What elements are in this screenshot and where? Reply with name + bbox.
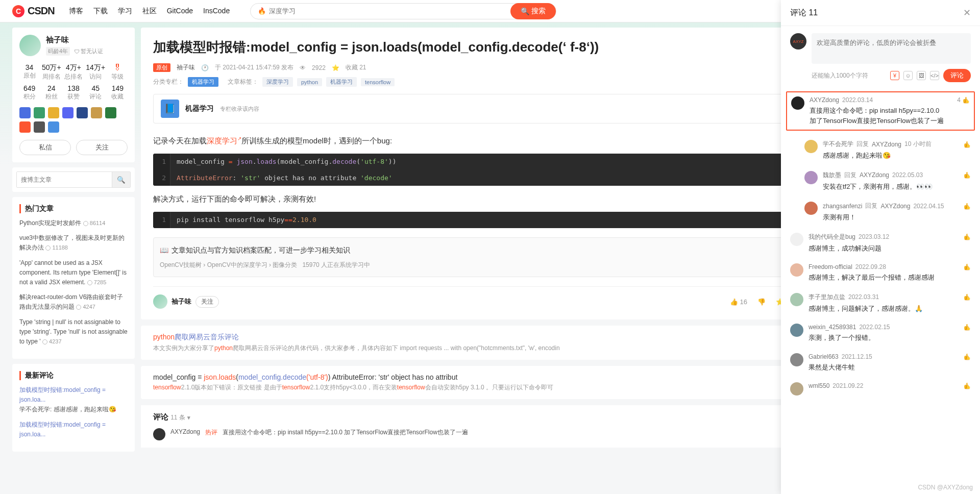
avatar[interactable] bbox=[153, 294, 167, 309]
author-name[interactable]: 袖子味 bbox=[172, 297, 191, 306]
badge-icon bbox=[34, 107, 45, 118]
submit-comment-button[interactable]: 评论 bbox=[943, 69, 971, 82]
avatar[interactable] bbox=[790, 324, 803, 337]
like-button[interactable]: 👍 bbox=[963, 293, 971, 301]
like-button[interactable]: 👍 bbox=[963, 353, 971, 360]
panel-title: 评论 11 bbox=[790, 8, 818, 18]
commenter-name[interactable]: weixin_42589381 bbox=[808, 324, 856, 331]
image-icon[interactable]: 🖼 bbox=[917, 71, 926, 80]
stat-cell[interactable]: 149收藏 bbox=[108, 84, 128, 101]
stat-cell[interactable]: 50万+周排名 bbox=[41, 63, 61, 81]
stat-cell[interactable]: 24粉丝 bbox=[41, 84, 61, 101]
recent-comment-item[interactable]: 加载模型时报错:model_config = json.loa...学不会死学:… bbox=[19, 385, 128, 415]
avatar[interactable] bbox=[19, 35, 41, 56]
stat-cell[interactable]: 14万+访问 bbox=[86, 63, 106, 81]
comment-input-box: AXYZ 还能输入1000个字符 ¥ ☺ 🖼 </> 评论 bbox=[781, 26, 980, 89]
chevron-down-icon[interactable]: ▾ bbox=[187, 414, 190, 421]
hot-article-item[interactable]: 'App' cannot be used as a JSX component.… bbox=[19, 258, 128, 288]
comment-date: 10 小时前 bbox=[904, 140, 932, 149]
cert-badge: 🛡暂无认证 bbox=[74, 47, 103, 55]
follow-button[interactable]: 关注 bbox=[76, 140, 128, 155]
like-button[interactable]: 👍 bbox=[963, 203, 971, 210]
avatar[interactable] bbox=[790, 353, 803, 366]
commenter-name[interactable]: AXYZdong bbox=[810, 96, 839, 104]
like-button[interactable]: 👍16 bbox=[730, 298, 747, 306]
message-button[interactable]: 私信 bbox=[19, 140, 71, 155]
avatar[interactable] bbox=[804, 171, 818, 184]
stat-cell[interactable]: 138获赞 bbox=[63, 84, 83, 101]
author-name[interactable]: 袖子味 bbox=[46, 35, 103, 45]
top-nav: 博客 下载 学习 社区 GitCode InsCode bbox=[69, 7, 230, 16]
badge-icon bbox=[105, 107, 116, 118]
avatar[interactable] bbox=[790, 382, 803, 396]
commenter-name[interactable]: Freedom-official bbox=[808, 263, 852, 270]
search-input[interactable] bbox=[269, 7, 510, 15]
book-icon: 📖 bbox=[160, 244, 168, 257]
follow-button[interactable]: 关注 bbox=[195, 296, 219, 308]
search-blog-input[interactable] bbox=[17, 172, 112, 187]
badge-icon bbox=[62, 107, 74, 118]
avatar[interactable] bbox=[791, 96, 804, 110]
comment-list: AXYZdong 2022.03.144 👍直接用这个命令吧：pip insta… bbox=[781, 89, 980, 494]
hot-article-item[interactable]: Type 'string | null' is not assignable t… bbox=[19, 317, 128, 347]
stat-cell[interactable]: 649积分 bbox=[19, 84, 39, 101]
comment-reply: zhangsanfenzi 回复 AXYZdong 2022.04.15 👍亲测… bbox=[790, 196, 971, 228]
like-button[interactable]: 👍 bbox=[963, 233, 971, 240]
like-button[interactable]: 👍 bbox=[963, 171, 971, 179]
code-icon[interactable]: </> bbox=[930, 71, 939, 80]
commenter-name[interactable]: zhangsanfenzi bbox=[823, 203, 862, 210]
commenter-name[interactable]: 学不会死学 bbox=[823, 140, 853, 149]
avatar: AXYZ bbox=[790, 33, 806, 50]
avatar[interactable] bbox=[790, 263, 803, 277]
stat-cell[interactable]: 34原创 bbox=[19, 63, 39, 81]
hot-article-item[interactable]: Python实现定时发邮件 86114 bbox=[19, 218, 128, 228]
commenter-name[interactable]: 魏歆墨 bbox=[823, 171, 841, 180]
tag-chip[interactable]: 深度学习 bbox=[262, 77, 293, 87]
avatar[interactable] bbox=[790, 233, 803, 246]
nav-item[interactable]: 学习 bbox=[118, 7, 132, 16]
category-tag[interactable]: 机器学习 bbox=[188, 77, 218, 87]
tag-chip[interactable]: python bbox=[297, 78, 322, 86]
nav-item[interactable]: 社区 bbox=[142, 7, 157, 16]
like-button[interactable]: 👍 bbox=[963, 324, 971, 331]
dislike-button[interactable]: 👎 bbox=[757, 298, 766, 306]
author-link[interactable]: 袖子味 bbox=[177, 63, 195, 72]
commenter-name[interactable]: Gabriel663 bbox=[808, 353, 839, 360]
avatar[interactable] bbox=[804, 140, 818, 153]
stat-cell[interactable]: 🎖等级 bbox=[108, 63, 128, 81]
reward-icon[interactable]: ¥ bbox=[890, 71, 899, 80]
comment-reply: 魏歆墨 回复 AXYZdong 2022.05.03 👍安装在tf2下，亲测有用… bbox=[790, 166, 971, 197]
comment-textarea[interactable] bbox=[812, 33, 971, 64]
commenter-name[interactable]: 李子里加点盐 bbox=[808, 293, 845, 302]
hot-article-item[interactable]: 解决react-router-dom V6路由嵌套时子路由无法显示的问题 424… bbox=[19, 292, 128, 312]
search-blog-button[interactable]: 🔍 bbox=[112, 172, 130, 187]
search-button[interactable]: 🔍 搜索 bbox=[510, 3, 556, 19]
search-icon: 🔍 bbox=[521, 7, 529, 15]
like-button[interactable]: 4 👍 bbox=[957, 96, 970, 104]
stat-cell[interactable]: 45评论 bbox=[86, 84, 106, 101]
close-icon[interactable]: ✕ bbox=[963, 7, 971, 18]
nav-item[interactable]: 博客 bbox=[69, 7, 83, 16]
commenter-name[interactable]: AXYZdong bbox=[170, 428, 200, 435]
tag-chip[interactable]: tensorflow bbox=[361, 78, 395, 86]
logo[interactable]: CSDN bbox=[12, 5, 55, 17]
level-icon: 🎖 bbox=[108, 63, 128, 72]
commenter-name[interactable]: wml550 bbox=[808, 382, 829, 389]
badge-icon bbox=[19, 107, 31, 118]
stat-cell[interactable]: 4万+总排名 bbox=[63, 63, 83, 81]
hot-article-item[interactable]: vue3中数据修改了，视图未及时更新的解决办法 11188 bbox=[19, 233, 128, 253]
recent-comment-item[interactable]: 加载模型时报错:model_config = json.loa... bbox=[19, 420, 128, 439]
nav-item[interactable]: InsCode bbox=[203, 7, 230, 16]
avatar[interactable] bbox=[790, 293, 803, 306]
like-button[interactable]: 👍 bbox=[963, 263, 971, 270]
column-name[interactable]: 机器学习 bbox=[185, 104, 214, 113]
commenter-name[interactable]: 我的代码全是bug bbox=[808, 233, 855, 241]
avatar[interactable] bbox=[153, 428, 165, 440]
nav-item[interactable]: 下载 bbox=[93, 7, 108, 16]
like-button[interactable]: 👍 bbox=[963, 382, 971, 389]
emoji-icon[interactable]: ☺ bbox=[903, 71, 913, 80]
tag-chip[interactable]: 机器学习 bbox=[326, 77, 357, 87]
avatar[interactable] bbox=[804, 202, 818, 215]
nav-item[interactable]: GitCode bbox=[167, 7, 193, 16]
like-button[interactable]: 👍 bbox=[963, 141, 971, 148]
